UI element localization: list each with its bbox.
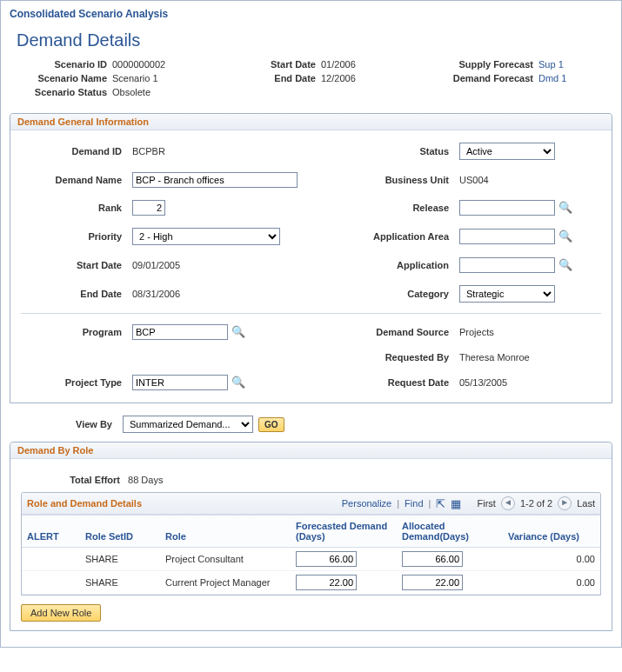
demand-id-label: Demand ID [21, 146, 125, 156]
priority-select[interactable]: 2 - High [132, 228, 280, 245]
zoom-icon[interactable]: ⇱ [436, 497, 445, 510]
col-role-setid[interactable]: Role SetID [80, 516, 160, 548]
cell-allocated [397, 571, 503, 595]
last-label: Last [577, 498, 595, 509]
col-role[interactable]: Role [160, 516, 291, 548]
application-area-input[interactable] [459, 229, 555, 244]
breadcrumb[interactable]: Consolidated Scenario Analysis [8, 4, 614, 27]
status-label: Status [313, 146, 452, 156]
cell-role: Current Project Manager [160, 571, 291, 595]
scenario-status-label: Scenario Status [17, 87, 112, 97]
table-row: SHAREProject Consultant0.00 [22, 548, 600, 571]
add-new-role-button[interactable]: Add New Role [21, 604, 101, 622]
demand-source-label: Demand Source [313, 327, 452, 337]
program-lookup-icon[interactable]: 🔍 [231, 326, 244, 338]
supply-forecast-link[interactable]: Sup 1 [538, 59, 591, 70]
application-area-lookup-icon[interactable]: 🔍 [558, 230, 571, 243]
demand-name-input[interactable] [132, 172, 298, 188]
supply-forecast-label: Supply Forecast [417, 59, 538, 70]
page-title: Demand Details [17, 30, 611, 50]
section-title-general: Demand General Information [10, 114, 612, 130]
cell-alert [22, 571, 80, 595]
application-lookup-icon[interactable]: 🔍 [558, 259, 571, 271]
program-label: Program [21, 327, 125, 337]
application-label: Application [313, 260, 452, 270]
gen-start-date-label: Start Date [21, 260, 125, 270]
first-label: First [478, 498, 496, 509]
request-date-value: 05/13/2005 [459, 377, 616, 388]
view-by-label: View By [17, 419, 117, 429]
priority-label: Priority [21, 231, 125, 242]
cell-variance: 0.00 [503, 548, 600, 571]
business-unit-label: Business Unit [313, 175, 452, 185]
scenario-name-value: Scenario 1 [112, 73, 234, 83]
col-allocated[interactable]: Allocated Demand(Days) [397, 516, 503, 548]
sub-section-title: Role and Demand Details [27, 498, 142, 509]
prev-page-icon[interactable]: ◄ [501, 496, 515, 510]
gen-end-date-label: End Date [21, 289, 125, 299]
rank-label: Rank [21, 203, 125, 213]
category-select[interactable]: Strategic [459, 285, 555, 303]
requested-by-value: Theresa Monroe [459, 352, 616, 363]
end-date-label: End Date [234, 73, 321, 83]
cell-variance: 0.00 [503, 571, 600, 595]
project-type-lookup-icon[interactable]: 🔍 [231, 376, 244, 389]
table-row: SHARECurrent Project Manager0.00 [22, 571, 600, 595]
cell-forecasted [291, 571, 397, 595]
category-label: Category [313, 289, 452, 299]
cell-allocated [397, 548, 503, 571]
go-button[interactable]: GO [258, 417, 284, 432]
end-date-value: 12/2006 [321, 73, 417, 83]
view-by-select[interactable]: Summarized Demand... [123, 416, 253, 433]
business-unit-value: US004 [459, 175, 616, 185]
application-input[interactable] [459, 257, 555, 273]
pager-text: 1-2 of 2 [520, 498, 552, 509]
section-title-by-role: Demand By Role [10, 442, 612, 459]
scenario-id-value: 0000000002 [112, 59, 234, 70]
release-label: Release [313, 203, 452, 213]
release-input[interactable] [459, 200, 555, 216]
allocated-input[interactable] [402, 575, 463, 590]
col-forecasted[interactable]: Forecasted Demand (Days) [291, 516, 397, 548]
allocated-input[interactable] [402, 551, 463, 567]
start-date-value: 01/2006 [321, 59, 417, 70]
project-type-label: Project Type [21, 377, 125, 388]
col-variance[interactable]: Variance (Days) [503, 516, 600, 548]
total-effort-value: 88 Days [128, 475, 163, 485]
program-input[interactable] [132, 324, 228, 340]
gen-end-date-value: 08/31/2006 [132, 289, 306, 299]
scenario-status-value: Obsolete [112, 87, 234, 97]
demand-id-value: BCPBR [132, 146, 306, 156]
cell-role-setid: SHARE [80, 571, 160, 595]
demand-source-value: Projects [459, 327, 616, 337]
demand-forecast-label: Demand Forecast [417, 73, 538, 83]
next-page-icon[interactable]: ► [558, 496, 572, 510]
requested-by-label: Requested By [313, 352, 452, 363]
start-date-label: Start Date [234, 59, 321, 70]
application-area-label: Application Area [313, 231, 452, 242]
demand-forecast-link[interactable]: Dmd 1 [538, 73, 591, 83]
request-date-label: Request Date [313, 377, 452, 388]
col-alert[interactable]: ALERT [22, 516, 80, 548]
cell-role-setid: SHARE [80, 548, 160, 571]
project-type-input[interactable] [132, 375, 228, 390]
total-effort-label: Total Effort [50, 475, 120, 485]
scenario-name-label: Scenario Name [17, 73, 112, 83]
cell-alert [22, 548, 80, 571]
grid-icon[interactable]: ▦ [451, 497, 461, 510]
rank-input[interactable] [132, 200, 165, 216]
forecasted-input[interactable] [296, 551, 357, 567]
gen-start-date-value: 09/01/2005 [132, 260, 306, 270]
demand-name-label: Demand Name [21, 175, 125, 185]
cell-role: Project Consultant [160, 548, 291, 571]
scenario-id-label: Scenario ID [17, 59, 112, 70]
cell-forecasted [291, 548, 397, 571]
forecasted-input[interactable] [296, 575, 357, 590]
find-link[interactable]: Find [405, 498, 423, 509]
release-lookup-icon[interactable]: 🔍 [558, 202, 571, 214]
status-select[interactable]: Active [459, 143, 555, 160]
personalize-link[interactable]: Personalize [342, 498, 391, 509]
